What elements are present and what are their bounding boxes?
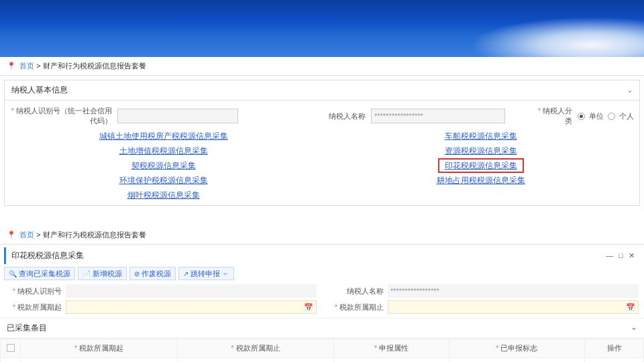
sub-form-row2: 税款所属期起 📅 税款所属期止 📅 [0, 299, 644, 315]
sub-name-label: 纳税人名称 [327, 286, 388, 296]
checkbox-all[interactable] [7, 344, 15, 352]
cell-flag: - [449, 358, 584, 363]
link-farmland-tax[interactable]: 耕地占用税税源信息采集 [437, 173, 525, 188]
taxpayer-name-label: 纳税人名称 [264, 111, 371, 121]
header-banner [0, 0, 644, 57]
collected-table: 税款所属期起 税款所属期止 申报属性 已申报标志 操作 - - - - - - [0, 339, 644, 362]
cell-attr: - [334, 358, 449, 363]
taxpayer-cat-radios: 单位 个人 [578, 111, 634, 121]
pin-icon: 📍 [7, 62, 16, 70]
sub-name-value: ***************** [388, 284, 639, 298]
maximize-icon[interactable]: □ [619, 251, 623, 260]
table-row: - - - - - - [1, 358, 644, 363]
link-resource-tax[interactable]: 资源税税源信息采集 [445, 143, 517, 158]
chevron-down-icon: ⌄ [627, 86, 633, 94]
links-col-left: 城镇土地使用税房产税税源信息采集 土地增值税税源信息采集 契税税源信息采集 环境… [5, 129, 322, 202]
close-icon[interactable]: ✕ [629, 251, 635, 260]
window-controls: — □ ✕ [606, 251, 635, 260]
search-icon: 🔍 [9, 270, 17, 278]
col-period-start: 税款所属期起 [74, 344, 123, 352]
toolbar: 🔍查询已采集税源 📄新增税源 ⊘作废税源 ↗跳转申报← [0, 264, 644, 283]
query-button[interactable]: 🔍查询已采集税源 [4, 267, 75, 280]
breadcrumb-path: 财产和行为税税源信息报告套餐 [43, 62, 146, 70]
col-action: 操作 [607, 344, 622, 352]
panel-title: 纳税人基本信息 [11, 84, 68, 96]
taxpayer-name-input[interactable] [371, 109, 505, 123]
cell-check: - [1, 358, 21, 363]
col-period-end: 税款所属期止 [231, 344, 280, 352]
taxpayer-id-input[interactable] [117, 109, 238, 123]
link-tobacco-tax[interactable]: 烟叶税税源信息采集 [127, 188, 200, 202]
period-start-input[interactable]: 📅 [66, 300, 317, 314]
table-header-row: 税款所属期起 税款所属期止 申报属性 已申报标志 操作 [1, 339, 644, 358]
radio-unit-label: 单位 [589, 111, 604, 121]
sub-form-row1: 纳税人识别号 纳税人名称 ***************** [0, 283, 644, 299]
panel-header[interactable]: 纳税人基本信息 ⌄ [5, 80, 639, 101]
breadcrumb: 📍 首页 > 财产和行为税税源信息报告套餐 [0, 57, 644, 76]
highlight-box: 印花税税源信息采集 [438, 158, 524, 173]
plus-icon: 📄 [83, 270, 91, 278]
void-button[interactable]: ⊘作废税源 [129, 267, 176, 280]
cell-start: - [21, 358, 178, 363]
link-land-vat[interactable]: 土地增值税税源信息采集 [119, 143, 208, 158]
radio-person[interactable] [608, 113, 615, 120]
period-start-label: 税款所属期起 [5, 302, 66, 312]
jump-button[interactable]: ↗跳转申报← [178, 267, 234, 280]
section-2: 📍 首页 > 财产和行为税税源信息报告套餐 印花税税源信息采集 — □ ✕ 🔍查… [0, 226, 644, 362]
col-flag: 已申报标志 [496, 344, 537, 352]
chevron-down-icon: ⌄ [631, 322, 637, 334]
links-col-right: 车船税税源信息采集 资源税税源信息采集 印花税税源信息采集 耕地占用税税源信息采… [322, 129, 639, 202]
cell-action: - [585, 358, 644, 363]
cell-end: - [177, 358, 334, 363]
new-button[interactable]: 📄新增税源 [78, 267, 127, 280]
sub-id-value [66, 284, 317, 298]
minimize-icon[interactable]: — [606, 251, 613, 260]
tax-links-grid: 城镇土地使用税房产税税源信息采集 土地增值税税源信息采集 契税税源信息采集 环境… [5, 129, 639, 202]
calendar-icon: 📅 [304, 303, 313, 312]
sub-id-label: 纳税人识别号 [5, 286, 66, 296]
void-icon: ⊘ [134, 270, 140, 278]
breadcrumb-home-2[interactable]: 首页 [19, 231, 34, 239]
period-end-label: 税款所属期止 [327, 302, 388, 312]
breadcrumb-home[interactable]: 首页 [19, 62, 34, 70]
col-attr: 申报属性 [374, 344, 409, 352]
collected-header[interactable]: 已采集条目 ⌄ [0, 318, 644, 339]
pin-icon: 📍 [7, 231, 16, 239]
radio-unit[interactable] [578, 113, 585, 120]
radio-person-label: 个人 [619, 111, 634, 121]
taxpayer-info-row: 纳税人识别号（统一社会信用代码） 纳税人名称 纳税人分类 单位 个人 [5, 103, 639, 129]
period-end-input[interactable]: 📅 [388, 300, 639, 314]
link-deed-tax[interactable]: 契税税源信息采集 [131, 158, 196, 173]
collected-title: 已采集条目 [7, 322, 47, 334]
jump-icon: ↗ [183, 270, 189, 278]
link-stamp-tax[interactable]: 印花税税源信息采集 [445, 160, 517, 172]
taxpayer-id-label: 纳税人识别号（统一社会信用代码） [10, 106, 117, 126]
breadcrumb-path-2: 财产和行为税税源信息报告套餐 [43, 231, 146, 239]
calendar-icon: 📅 [626, 303, 635, 312]
link-env-tax[interactable]: 环境保护税税源信息采集 [119, 173, 208, 188]
link-urban-land[interactable]: 城镇土地使用税房产税税源信息采集 [99, 129, 228, 143]
breadcrumb-2: 📍 首页 > 财产和行为税税源信息报告套餐 [0, 226, 644, 245]
taxpayer-cat-label: 纳税人分类 [531, 106, 578, 126]
subpanel-header: 印花税税源信息采集 — □ ✕ [4, 247, 640, 264]
link-vehicle-tax[interactable]: 车船税税源信息采集 [445, 129, 517, 143]
taxpayer-info-panel: 纳税人基本信息 ⌄ 纳税人识别号（统一社会信用代码） 纳税人名称 纳税人分类 单… [4, 80, 640, 206]
subpanel-title: 印花税税源信息采集 [11, 250, 84, 261]
